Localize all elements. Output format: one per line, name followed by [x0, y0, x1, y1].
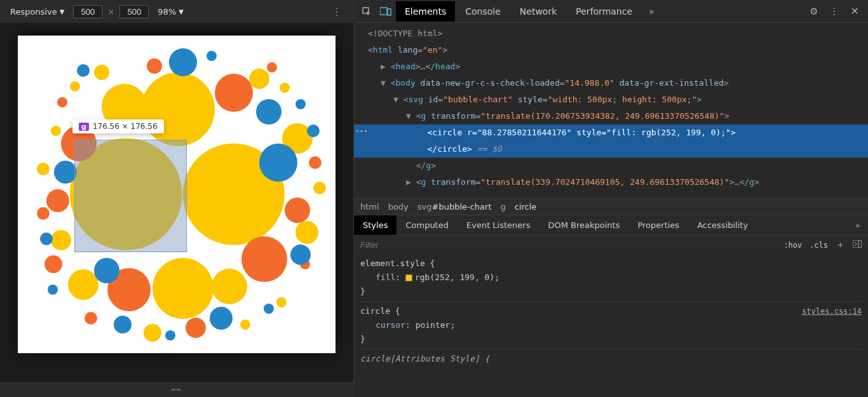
inspect-dims: 176.56 × 176.56: [93, 122, 158, 131]
svg-point-5: [212, 269, 247, 304]
inspect-icon[interactable]: [358, 3, 376, 20]
canvas-area: g176.56 × 176.56: [0, 23, 353, 382]
svg-point-24: [285, 198, 310, 223]
svg-point-45: [307, 124, 320, 137]
style-rule-element[interactable]: element.style { fill: rgb(252, 199, 0); …: [360, 257, 862, 302]
svg-point-2: [141, 72, 215, 146]
tab-network[interactable]: Network: [511, 1, 566, 22]
preview-frame[interactable]: g176.56 × 176.56: [18, 36, 336, 353]
svg-point-49: [207, 51, 217, 61]
crumb-circle[interactable]: circle: [515, 202, 537, 212]
svg-point-9: [295, 221, 318, 244]
more-tabs-icon[interactable]: »: [642, 3, 661, 20]
hov-toggle[interactable]: :hov: [783, 241, 802, 250]
svg-point-3: [153, 258, 214, 319]
style-close-brace: }: [360, 285, 862, 299]
computed-panel-icon[interactable]: [853, 240, 862, 250]
svg-point-23: [241, 236, 287, 282]
styles-filter-bar: :hov .cls ＋: [354, 235, 868, 254]
device-mode-dropdown[interactable]: Responsive ▼: [6, 6, 68, 18]
style-selector: circle[Attributes Style] {: [360, 352, 862, 366]
dom-circle-close[interactable]: </circle> == $0: [354, 141, 868, 158]
crumb-g[interactable]: g: [500, 202, 505, 212]
styles-pane[interactable]: element.style { fill: rgb(252, 199, 0); …: [354, 254, 868, 397]
svg-point-44: [40, 232, 53, 245]
kebab-icon[interactable]: ⋮: [825, 3, 844, 20]
svg-point-16: [280, 83, 290, 93]
dom-body-tag[interactable]: ▼ <body data-new-gr-c-s-check-loaded="14…: [354, 75, 868, 91]
svg-rect-55: [858, 240, 862, 248]
tab-performance[interactable]: Performance: [567, 1, 641, 22]
tab-dom-breakpoints[interactable]: DOM Breakpoints: [539, 215, 628, 235]
svg-point-17: [276, 297, 287, 307]
tab-properties[interactable]: Properties: [628, 215, 688, 235]
device-toggle-icon[interactable]: [377, 3, 395, 20]
tab-styles[interactable]: Styles: [354, 215, 397, 235]
styles-filter-input[interactable]: [360, 240, 776, 250]
dom-svg-tag[interactable]: ▼ <svg id="bubble-chart" style="width: 5…: [354, 91, 868, 108]
height-input[interactable]: [119, 5, 149, 18]
element-badge: g: [79, 123, 89, 131]
svg-point-30: [37, 207, 50, 220]
tab-accessibility[interactable]: Accessibility: [688, 215, 757, 235]
tab-event-listeners[interactable]: Event Listeners: [458, 215, 539, 235]
chevron-down-icon: ▼: [179, 8, 184, 15]
svg-point-21: [215, 74, 253, 112]
svg-point-8: [51, 230, 71, 250]
dom-html-tag[interactable]: <html lang="en">: [354, 42, 868, 58]
dom-head-tag[interactable]: ▶ <head>…</head>: [354, 58, 868, 75]
device-toolbar: Responsive ▼ × 98% ▼ ⋮: [0, 0, 353, 23]
more-options-icon[interactable]: ⋮: [327, 3, 347, 20]
inspect-tooltip: g176.56 × 176.56: [72, 119, 164, 133]
dom-tree[interactable]: <!DOCTYPE html> <html lang="en"> ▶ <head…: [354, 23, 868, 198]
style-property[interactable]: fill: rgb(252, 199, 0);: [360, 271, 862, 285]
crumb-body[interactable]: body: [388, 202, 409, 212]
svg-point-19: [240, 320, 250, 330]
svg-point-18: [51, 126, 61, 136]
svg-point-40: [256, 99, 281, 124]
svg-point-6: [68, 269, 98, 300]
dom-g-tag[interactable]: ▼ <g transform="translate(170.2067539343…: [354, 108, 868, 124]
devtools-tab-bar: Elements Console Network Performance » ⚙…: [354, 0, 868, 23]
cls-toggle[interactable]: .cls: [810, 241, 828, 250]
bubble-chart[interactable]: [18, 36, 336, 353]
svg-point-38: [210, 307, 233, 330]
devtools-pane: Elements Console Network Performance » ⚙…: [354, 0, 868, 397]
close-icon[interactable]: ✕: [846, 3, 864, 20]
color-swatch[interactable]: [405, 274, 412, 281]
svg-point-13: [313, 182, 326, 194]
more-styles-tabs-icon[interactable]: »: [848, 217, 868, 234]
svg-point-42: [114, 316, 132, 333]
svg-rect-52: [380, 8, 387, 15]
width-input[interactable]: [73, 5, 102, 18]
svg-point-46: [165, 330, 175, 340]
svg-point-14: [37, 163, 50, 175]
style-rule-circle[interactable]: styles.css:14 circle { cursor: pointer; …: [360, 304, 862, 349]
zoom-dropdown[interactable]: 98% ▼: [154, 6, 187, 18]
new-style-rule-icon[interactable]: ＋: [836, 239, 845, 251]
dom-g-close[interactable]: </g>: [354, 158, 868, 174]
style-property[interactable]: cursor: pointer;: [360, 318, 862, 332]
crumb-html[interactable]: html: [360, 202, 379, 212]
svg-point-29: [309, 156, 322, 169]
dom-circle-selected[interactable]: ••• <circle r="88.27850211644176" style=…: [354, 124, 868, 141]
crumb-svg[interactable]: svg#bubble-chart: [417, 202, 492, 212]
svg-point-41: [290, 245, 311, 265]
tab-console[interactable]: Console: [456, 1, 510, 22]
drawer-resize-handle[interactable]: ══: [0, 382, 353, 397]
svg-point-15: [70, 81, 80, 91]
zoom-label: 98%: [158, 7, 176, 17]
style-selector: circle {: [360, 304, 862, 318]
tab-computed[interactable]: Computed: [397, 215, 458, 235]
style-rule-attrs[interactable]: circle[Attributes Style] {: [360, 352, 862, 368]
dom-g-sibling[interactable]: ▶ <g transform="translate(339.7024710469…: [354, 174, 868, 191]
dimension-separator: ×: [107, 7, 114, 17]
gear-icon[interactable]: ⚙: [804, 3, 823, 20]
dom-doctype: <!DOCTYPE html>: [368, 29, 442, 38]
breadcrumb[interactable]: html body svg#bubble-chart g circle: [354, 198, 868, 215]
svg-point-39: [54, 161, 77, 184]
viewport-pane: Responsive ▼ × 98% ▼ ⋮ g176.56 × 176.56 …: [0, 0, 354, 397]
style-source-link[interactable]: styles.css:14: [802, 304, 862, 318]
svg-point-36: [169, 48, 197, 76]
tab-elements[interactable]: Elements: [396, 1, 455, 22]
